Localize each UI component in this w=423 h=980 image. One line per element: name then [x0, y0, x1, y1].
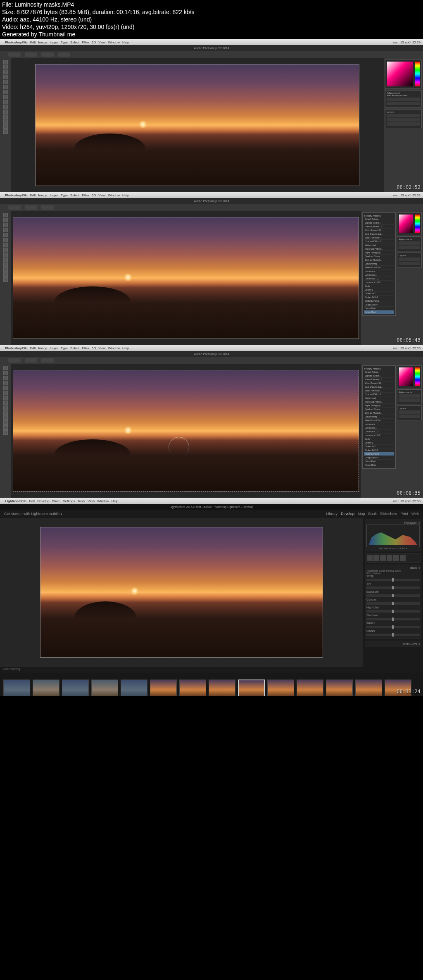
action-item[interactable]: Water Reflection ... — [364, 389, 394, 393]
action-item[interactable]: Luminance 1-2 — [364, 430, 394, 434]
tool-icon[interactable] — [3, 410, 8, 415]
filmstrip-thumb[interactable] — [267, 680, 294, 696]
action-item[interactable]: Make Clip Path (s... — [364, 247, 394, 251]
opt-chip[interactable] — [41, 52, 54, 57]
tool-icon[interactable] — [3, 381, 8, 385]
action-item[interactable]: Vignette (selecti... — [364, 374, 394, 378]
action-item[interactable]: Wood Frame - 50 ... — [364, 229, 394, 232]
tool-icon[interactable] — [3, 366, 8, 370]
action-item[interactable]: Wood Frame - 50 ... — [364, 382, 394, 385]
action-item[interactable]: Darken 1+2 — [364, 445, 394, 448]
menu-filter[interactable]: Filter — [82, 193, 89, 197]
opt-chip[interactable] — [41, 358, 54, 362]
tonecurve-panel[interactable]: Tone Curve ◂ — [365, 641, 421, 647]
action-item[interactable]: Sepia Toning (lay... — [364, 251, 394, 255]
mac-menubar[interactable]: Photoshop File Edit Image Layer Type Sel… — [0, 39, 423, 45]
ps-options-bar[interactable] — [0, 357, 423, 364]
menu-type[interactable]: Type — [61, 41, 68, 44]
menu-settings[interactable]: Settings — [63, 499, 75, 503]
text-tool-icon[interactable] — [3, 114, 8, 119]
action-item[interactable]: Luminance 1-2-3 — [364, 281, 394, 284]
mac-menubar[interactable]: Lightroom FileEditDevelopPhotoSettingsTo… — [0, 498, 423, 504]
color-field[interactable] — [399, 367, 413, 386]
brush-tool-icon[interactable] — [400, 555, 406, 561]
module-develop[interactable]: Develop — [341, 512, 354, 516]
menu-select[interactable]: Select — [70, 193, 79, 197]
tool-icon[interactable] — [3, 415, 8, 420]
menu-file[interactable]: File — [21, 499, 27, 503]
menu-help[interactable]: Help — [122, 41, 129, 44]
menu-layer[interactable]: Layer — [50, 41, 58, 44]
filmstrip-thumb[interactable] — [326, 680, 353, 696]
filmstrip-thumb[interactable] — [121, 680, 147, 696]
app-name[interactable]: Lightroom — [5, 499, 21, 503]
crop-tool-icon[interactable] — [367, 555, 373, 561]
tool-icon[interactable] — [3, 262, 8, 267]
filmstrip-thumb[interactable] — [62, 680, 89, 696]
layers-panel[interactable]: Layers — [397, 405, 422, 420]
menu-file[interactable]: File — [22, 41, 28, 44]
softproof-toggle[interactable]: Soft Proofing — [3, 668, 20, 670]
module-book[interactable]: Book — [368, 512, 377, 516]
filmstrip-thumb[interactable] — [33, 680, 59, 696]
shadows-slider[interactable] — [366, 618, 420, 620]
action-item[interactable]: Save as Photosh... — [364, 258, 394, 262]
tool-icon[interactable] — [3, 258, 8, 262]
canvas-area[interactable] — [11, 211, 361, 345]
adj-row[interactable] — [399, 241, 420, 245]
hue-slider[interactable] — [415, 367, 420, 386]
eyedropper-tool-icon[interactable] — [3, 85, 8, 89]
menu-help[interactable]: Help — [122, 346, 129, 350]
tint-slider[interactable] — [366, 587, 420, 589]
ps-toolbar[interactable] — [0, 364, 11, 498]
menu-window[interactable]: Window — [108, 193, 120, 197]
action-item[interactable]: Vignette (selecti... — [364, 221, 394, 225]
tool-icon[interactable] — [3, 405, 8, 410]
module-web[interactable]: Web — [411, 512, 419, 516]
filmstrip-thumb[interactable] — [179, 680, 206, 696]
document-photo[interactable] — [35, 64, 360, 186]
menu-items[interactable]: File Edit Image Layer Type Select Filter… — [22, 41, 129, 44]
marquee-tool-icon[interactable] — [3, 65, 8, 69]
menu-window[interactable]: Window — [108, 346, 120, 350]
filmstrip-thumb[interactable] — [209, 680, 235, 696]
ps-options-bar[interactable] — [0, 204, 423, 211]
menu-3d[interactable]: 3D — [92, 193, 96, 197]
lr-modules[interactable]: Library Develop Map Book Slideshow Print… — [326, 512, 419, 516]
action-item[interactable]: Darken 1 — [364, 441, 394, 445]
histogram-graph[interactable] — [366, 525, 420, 547]
adj-row[interactable] — [399, 246, 420, 249]
tool-icon[interactable] — [3, 425, 8, 430]
tool-icon[interactable] — [3, 272, 8, 277]
opt-chip[interactable] — [8, 205, 21, 210]
tool-icon[interactable] — [3, 277, 8, 282]
highlights-slider[interactable] — [366, 610, 420, 613]
menu-edit[interactable]: Edit — [30, 346, 36, 350]
eraser-tool-icon[interactable] — [3, 100, 8, 104]
tool-icon[interactable] — [3, 371, 8, 375]
action-item[interactable]: Darken 1 — [364, 288, 394, 292]
radial-tool-icon[interactable] — [393, 555, 399, 561]
menu-view[interactable]: View — [98, 41, 105, 44]
redeye-tool-icon[interactable] — [380, 555, 386, 561]
action-item[interactable]: Luminance 1-2-3 — [364, 434, 394, 437]
menu-layer[interactable]: Layer — [50, 346, 58, 350]
color-field[interactable] — [399, 215, 413, 233]
right-panels-wide[interactable]: History Actions Default Actions Vignette… — [361, 364, 423, 498]
ps-options-bar[interactable] — [0, 51, 423, 58]
action-item[interactable]: Darken 1+2 — [364, 292, 394, 296]
opt-chip[interactable] — [25, 205, 37, 210]
tool-icon[interactable] — [3, 243, 8, 247]
move-tool-icon[interactable] — [3, 60, 8, 64]
contrast-slider[interactable] — [366, 602, 420, 605]
adj-row[interactable] — [399, 394, 420, 398]
module-library[interactable]: Library — [326, 512, 338, 516]
opt-chip[interactable] — [41, 205, 54, 210]
document-photo[interactable] — [13, 217, 359, 339]
hue-slider[interactable] — [415, 215, 420, 233]
action-item[interactable]: Noise Effect — [364, 463, 394, 467]
layers-panel[interactable]: Layers — [397, 253, 422, 267]
tool-strip[interactable] — [365, 553, 421, 563]
zoom-tool-icon[interactable] — [3, 129, 8, 134]
menu-image[interactable]: Image — [38, 346, 47, 350]
